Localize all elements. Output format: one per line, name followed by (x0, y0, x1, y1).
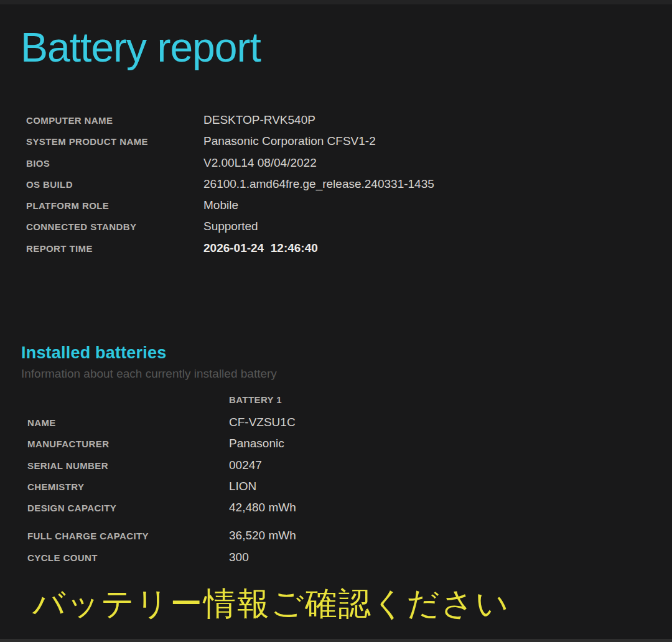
row-value: Panasonic Corporation CFSV1-2 (203, 134, 376, 148)
table-row: REPORT TIME 2026-01-24 12:46:40 (26, 241, 499, 263)
row-value: 26100.1.amd64fre.ge_release.240331-1435 (203, 177, 434, 191)
row-label: SYSTEM PRODUCT NAME (26, 136, 203, 147)
table-row: CHEMISTRY LION (27, 480, 500, 501)
table-row: SYSTEM PRODUCT NAME Panasonic Corporatio… (26, 134, 499, 156)
row-label: FULL CHARGE CAPACITY (27, 531, 229, 541)
row-value: Panasonic (229, 437, 284, 450)
table-row: DESIGN CAPACITY 42,480 mWh (27, 501, 500, 522)
battery-column-header: BATTERY 1 (229, 394, 282, 405)
table-row: PLATFORM ROLE Mobile (26, 198, 499, 220)
table-row: NAME CF-VZSU1C (27, 416, 500, 437)
japanese-warning-note: バッテリー情報ご確認ください (32, 582, 510, 626)
photo-edge-bottom (0, 639, 672, 642)
row-value: Mobile (203, 198, 238, 212)
row-value: V2.00L14 08/04/2022 (203, 156, 317, 170)
battery-info-table: BATTERY 1 NAME CF-VZSU1C MANUFACTURER Pa… (27, 394, 500, 572)
row-value: 42,480 mWh (229, 501, 296, 514)
row-value: 00247 (229, 458, 262, 472)
table-row: CONNECTED STANDBY Supported (26, 220, 499, 241)
row-value: CF-VZSU1C (229, 416, 296, 429)
row-label: NAME (27, 417, 229, 428)
row-label: OS BUILD (26, 179, 203, 190)
table-row: CYCLE COUNT 300 (27, 551, 500, 572)
row-value: 300 (229, 551, 249, 564)
table-row: OS BUILD 26100.1.amd64fre.ge_release.240… (26, 177, 499, 198)
row-value: Supported (203, 220, 258, 233)
row-label: CONNECTED STANDBY (26, 221, 203, 232)
row-label: COMPUTER NAME (26, 115, 203, 126)
row-label: MANUFACTURER (27, 439, 229, 449)
battery-report-page: Battery report COMPUTER NAME DESKTOP-RVK… (0, 0, 672, 642)
photo-edge-top (0, 0, 672, 4)
row-label: SERIAL NUMBER (27, 460, 229, 471)
battery-table-header: BATTERY 1 (27, 394, 500, 416)
row-value: 36,520 mWh (229, 529, 296, 542)
row-label: PLATFORM ROLE (26, 200, 203, 211)
report-time-value: 2026-01-24 12:46:40 (203, 241, 318, 255)
row-label: REPORT TIME (26, 243, 203, 254)
system-info-table: COMPUTER NAME DESKTOP-RVK540P SYSTEM PRO… (26, 113, 499, 263)
row-label: CYCLE COUNT (27, 552, 229, 563)
page-title: Battery report (21, 24, 261, 71)
row-value: LION (229, 480, 256, 493)
table-row: FULL CHARGE CAPACITY 36,520 mWh (27, 529, 500, 550)
installed-batteries-section-heading: Installed batteries Information about ea… (21, 343, 277, 381)
section-subtitle: Information about each currently install… (21, 367, 277, 381)
table-row: BIOS V2.00L14 08/04/2022 (26, 156, 499, 177)
table-row: MANUFACTURER Panasonic (27, 437, 500, 458)
table-row: COMPUTER NAME DESKTOP-RVK540P (26, 113, 499, 134)
section-title: Installed batteries (21, 343, 277, 363)
row-value: DESKTOP-RVK540P (203, 113, 315, 127)
row-label: CHEMISTRY (27, 482, 229, 492)
row-label: DESIGN CAPACITY (27, 503, 229, 513)
row-label: BIOS (26, 158, 203, 169)
table-row: SERIAL NUMBER 00247 (27, 458, 500, 480)
